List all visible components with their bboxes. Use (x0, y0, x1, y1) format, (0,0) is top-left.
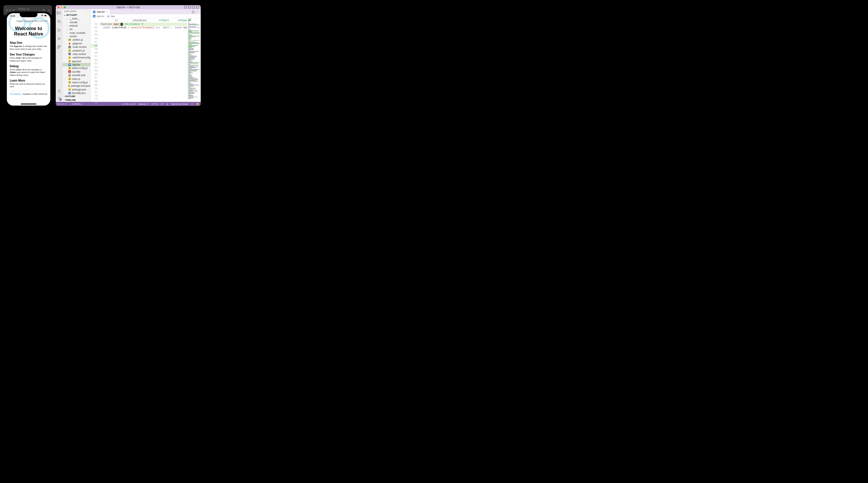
section-step-one: Step One Edit App.tsx to change this scr… (10, 41, 48, 50)
file-.watchmanconfig[interactable]: {}.watchmanconfig (63, 56, 90, 59)
section-body: Press Cmd + D in the simulator or Shake … (10, 68, 48, 77)
section-learn-more: Learn More Read the docs to discover wha… (10, 79, 48, 88)
folder-android[interactable]: ›android (63, 24, 90, 27)
svg-rect-10 (59, 46, 61, 47)
sections[interactable]: Step One Edit App.tsx to change this scr… (7, 39, 50, 106)
feedback-icon[interactable]: ☺ (191, 103, 193, 105)
file-.gitignore[interactable]: ◆.gitignore (63, 42, 90, 45)
vscode-window: App.tsx — My71App 1 EXPLORER ⋯ (56, 5, 201, 106)
file-babel.config.js[interactable]: JSbabel.config.js (63, 66, 90, 70)
chevron-right-icon: › (64, 95, 65, 97)
tab-label: App.tsx (97, 10, 105, 13)
svg-point-6 (58, 31, 59, 32)
home-indicator[interactable] (21, 104, 36, 105)
file-tree[interactable]: ›__tests__›.bundle›android›ios›node_modu… (63, 17, 90, 94)
split-editor-icon[interactable]: ◫ (192, 10, 194, 13)
timeline-section[interactable]: ›TIMELINE (63, 98, 90, 102)
file-index.js[interactable]: JSindex.js (63, 77, 90, 80)
file-app.json[interactable]: {}app.json (63, 59, 90, 63)
search-icon[interactable] (57, 20, 61, 24)
svg-marker-8 (58, 37, 60, 40)
section-body: Press Cmd + R in the simulator to reload… (10, 57, 48, 62)
code-content[interactable]: }} {children} </Text> </View> ); }functi… (99, 18, 201, 102)
basics-link[interactable]: The Basics (10, 93, 21, 95)
problems[interactable]: ⊘0 ⚠0 (58, 103, 67, 105)
explorer-sidebar[interactable]: EXPLORER ⋯ ⌄MY71APP ›__tests__›.bundle›a… (63, 9, 91, 102)
folder-.bundle[interactable]: ›.bundle (63, 20, 90, 24)
encoding[interactable]: UTF-8 (152, 103, 158, 105)
folder-__tests__[interactable]: ›__tests__ (63, 17, 90, 20)
file-App.tsx[interactable]: TSApp.tsx (63, 63, 90, 66)
explorer-label: EXPLORER (64, 10, 76, 12)
folder-ios[interactable]: ›ios (63, 27, 90, 31)
error-icon: ⊘ (58, 103, 59, 105)
outline-section[interactable]: ›OUTLINE (63, 94, 90, 98)
eol[interactable]: LF (161, 103, 163, 105)
svg-rect-2 (46, 16, 46, 16)
iphone-screen[interactable]: 2:14 Engine: Hermes for RN 0.71.0-rc.5 W… (7, 13, 50, 106)
chevron-right-icon: › (105, 15, 106, 18)
file-.eslintrc.js[interactable]: JS.eslintrc.js (63, 38, 90, 41)
section-debug: Debug Press Cmd + D in the simulator or … (10, 65, 48, 77)
file-.prettierrc.js[interactable]: JS.prettierrc.js (63, 49, 90, 52)
vscode-titlebar[interactable]: App.tsx — My71App (56, 5, 201, 9)
iphone-frame: 2:14 Engine: Hermes for RN 0.71.0-rc.5 W… (5, 11, 52, 107)
breadcrumb[interactable]: TS App.tsx › ▣ App (91, 14, 201, 18)
more-icon[interactable]: ⋯ (87, 10, 89, 12)
bell-icon[interactable]: 🔔 (196, 103, 199, 105)
line-gutter[interactable]: 5253545556575859606162636465666768697071… (91, 18, 99, 102)
settings-gear-icon[interactable]: 1 (57, 96, 61, 100)
rotate-icon[interactable]: ↗ (47, 8, 50, 12)
file-.ruby-version[interactable]: .ruby-version (63, 52, 90, 56)
extensions-icon[interactable] (57, 45, 61, 49)
file-Gemfile[interactable]: ◆Gemfile (63, 70, 90, 74)
learn-link-row[interactable]: The Basics Explains a Hello World for (10, 91, 48, 95)
tab-app-tsx[interactable]: TS App.tsx × (91, 9, 110, 14)
gear-badge: 1 (59, 98, 62, 101)
ts-icon: TS (93, 15, 95, 18)
file-package.json[interactable]: {}package.json (63, 88, 90, 91)
vscode-statusbar[interactable]: ⊘0 ⚠0 -- NORMAL -- Ln 58, Col 15 Spaces:… (56, 102, 201, 106)
more-icon[interactable]: ⋯ (196, 10, 199, 13)
section-title: See Your Changes (10, 53, 48, 56)
statusbar-time: 2:14 (10, 15, 15, 17)
engine-banner: Engine: Hermes for RN 0.71.0-rc.5 (8, 20, 49, 22)
language-mode[interactable]: TypeScript React (171, 103, 188, 105)
debug-icon[interactable] (57, 37, 61, 40)
sim-device: iPhone 14 (18, 8, 29, 10)
warning-icon: ⚠ (62, 103, 64, 105)
account-icon[interactable] (57, 89, 61, 93)
cursor-position[interactable]: Ln 58, Col 15 (122, 103, 135, 105)
scm-icon[interactable] (57, 28, 61, 32)
sim-traffic-lights[interactable] (6, 9, 15, 11)
editor-group: TS App.tsx × ◫ ⋯ TS App.tsx › ▣ App 5253… (91, 9, 201, 102)
file-.node-version[interactable]: .node-version (63, 45, 90, 49)
ts-icon: TS (93, 10, 95, 13)
svg-point-12 (58, 90, 60, 91)
window-title: App.tsx — My71App (56, 6, 201, 8)
folder-node_modules[interactable]: ›node_modules (63, 31, 90, 35)
minimap[interactable] (187, 18, 201, 102)
file-Gemfile.lock[interactable]: 🔒Gemfile.lock (63, 74, 90, 77)
close-icon[interactable]: × (106, 10, 107, 13)
section-body: Read the docs to discover what to do nex… (10, 83, 48, 88)
code-editor[interactable]: 5253545556575859606162636465666768697071… (91, 18, 201, 102)
svg-rect-11 (58, 48, 59, 49)
project-header[interactable]: ⌄MY71APP (63, 13, 90, 17)
section-title: Learn More (10, 79, 48, 82)
section-body: Edit App.tsx to change this screen and t… (10, 45, 48, 50)
chevron-right-icon: › (64, 99, 65, 101)
activity-bar[interactable]: 1 (56, 9, 63, 102)
file-package-lock.json[interactable]: {}package-lock.json (63, 84, 90, 88)
editor-tabs[interactable]: TS App.tsx × ◫ ⋯ (91, 9, 201, 14)
file-tsconfig.json[interactable]: TStsconfig.json (63, 91, 90, 94)
svg-line-4 (60, 22, 61, 23)
indentation[interactable]: Spaces: 2 (138, 103, 149, 105)
section-title: Step One (10, 41, 48, 44)
vim-mode: -- NORMAL -- (69, 103, 84, 105)
section-title: Debug (10, 65, 48, 68)
explorer-icon[interactable] (57, 11, 61, 15)
section-see-changes: See Your Changes Press Cmd + R in the si… (10, 53, 48, 62)
folder-vendor[interactable]: ›vendor (63, 35, 90, 38)
file-metro.config.js[interactable]: JSmetro.config.js (63, 81, 90, 84)
